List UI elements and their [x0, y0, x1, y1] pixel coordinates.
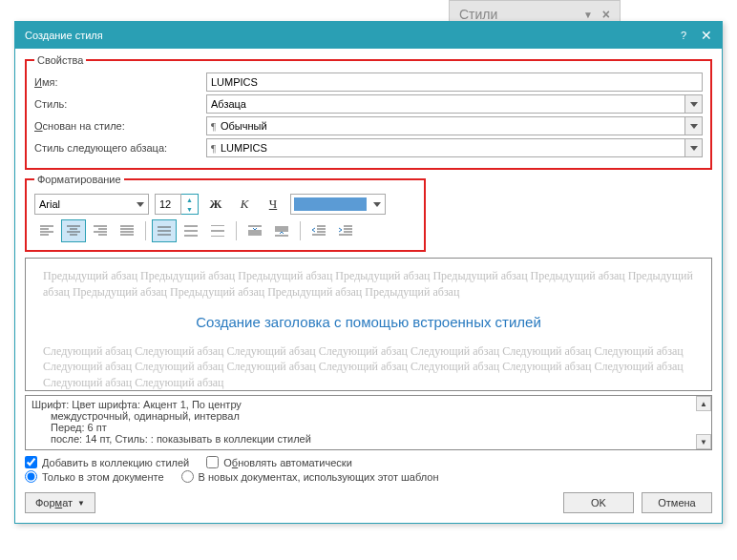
next-style-label: Стиль следующего абзаца:	[34, 142, 206, 154]
align-right-button[interactable]	[88, 219, 113, 242]
color-dropdown-icon[interactable]	[369, 202, 385, 207]
dialog-title: Создание стиля	[25, 30, 103, 41]
format-button[interactable]: Формат▼	[25, 492, 95, 513]
style-type-select[interactable]: Абзаца	[206, 94, 685, 114]
based-on-label: Основан на стиле:	[34, 120, 206, 132]
dialog-titlebar: Создание стиля ? ✕	[15, 22, 722, 49]
align-center-button[interactable]	[61, 219, 86, 242]
only-this-document-radio[interactable]: Только в этом документе	[25, 470, 164, 483]
pilcrow-icon: ¶	[211, 120, 216, 132]
auto-update-checkbox[interactable]: Обновлять автоматически	[206, 456, 352, 468]
spacing-1-button[interactable]	[152, 219, 177, 242]
styles-pane-arrow-icon[interactable]: ▼	[583, 10, 593, 20]
desc-line: Перед: 6 пт	[32, 422, 705, 433]
preview-pane: Предыдущий абзац Предыдущий абзац Предыд…	[25, 258, 712, 391]
space-before-button[interactable]	[242, 219, 267, 242]
font-select[interactable]: Arial	[34, 194, 149, 215]
scroll-up-icon[interactable]: ▲	[696, 396, 711, 411]
bold-button[interactable]: Ж	[204, 194, 227, 215]
next-style-dropdown-icon[interactable]	[685, 138, 703, 157]
based-on-dropdown-icon[interactable]	[685, 116, 703, 135]
scroll-down-icon[interactable]: ▼	[696, 434, 711, 449]
outdent-button[interactable]	[306, 219, 331, 242]
chevron-down-icon: ▼	[181, 204, 198, 214]
cancel-button[interactable]: Отмена	[642, 492, 712, 513]
next-style-select[interactable]: ¶LUMPICS	[206, 138, 685, 157]
create-style-dialog: Создание стиля ? ✕ Свойства Имя: LUMPICS…	[14, 21, 723, 524]
name-label: Имя:	[34, 76, 206, 88]
formatting-group: Форматирование Arial 12 ▲ ▼ Ж К Ч	[25, 174, 426, 252]
align-left-button[interactable]	[34, 219, 59, 242]
desc-line: после: 14 пт, Стиль: : показывать в колл…	[32, 433, 705, 445]
help-icon[interactable]: ?	[681, 30, 686, 41]
style-type-label: Стиль:	[34, 98, 206, 110]
name-input[interactable]: LUMPICS	[206, 73, 703, 92]
font-dropdown-icon[interactable]	[137, 202, 144, 207]
properties-legend: Свойства	[34, 54, 86, 66]
formatting-legend: Форматирование	[34, 174, 124, 185]
spacing-2-button[interactable]	[205, 219, 230, 242]
preview-sample-text: Создание заголовка с помощью встроенных …	[43, 314, 694, 330]
indent-button[interactable]	[333, 219, 358, 242]
font-size-stepper[interactable]: 12 ▲ ▼	[155, 194, 199, 215]
new-documents-radio[interactable]: В новых документах, использующих этот ша…	[181, 470, 439, 483]
preview-next-para: Следующий абзац Следующий абзац Следующи…	[43, 343, 694, 391]
font-color-select[interactable]	[290, 194, 386, 215]
based-on-select[interactable]: ¶Обычный	[206, 116, 685, 135]
style-type-dropdown-icon[interactable]	[685, 94, 703, 114]
desc-line: Шрифт: Цвет шрифта: Акцент 1, По центру	[32, 399, 705, 410]
close-icon[interactable]: ✕	[701, 28, 712, 43]
desc-line: междустрочный, одинарный, интервал	[32, 410, 705, 422]
align-justify-button[interactable]	[115, 219, 139, 242]
ok-button[interactable]: OK	[563, 492, 634, 513]
chevron-up-icon: ▲	[181, 195, 198, 204]
styles-pane-title: Стили	[459, 7, 583, 22]
pilcrow-icon: ¶	[211, 142, 216, 154]
paragraph-toolbar	[34, 219, 416, 242]
italic-button[interactable]: К	[233, 194, 256, 215]
preview-prev-para: Предыдущий абзац Предыдущий абзац Предыд…	[43, 268, 694, 301]
styles-pane-close-icon[interactable]: ×	[602, 7, 610, 22]
space-after-button[interactable]	[269, 219, 294, 242]
underline-button[interactable]: Ч	[262, 194, 284, 215]
chevron-down-icon: ▼	[77, 499, 85, 508]
spacing-1-5-button[interactable]	[179, 219, 203, 242]
style-description-box: Шрифт: Цвет шрифта: Акцент 1, По центру …	[25, 395, 712, 450]
font-size-spin-buttons[interactable]: ▲ ▼	[181, 194, 199, 215]
add-to-gallery-checkbox[interactable]: Добавить в коллекцию стилей	[25, 456, 189, 468]
color-swatch	[294, 197, 367, 211]
properties-group: Свойства Имя: LUMPICS Стиль: Абзаца Осно…	[25, 54, 712, 170]
